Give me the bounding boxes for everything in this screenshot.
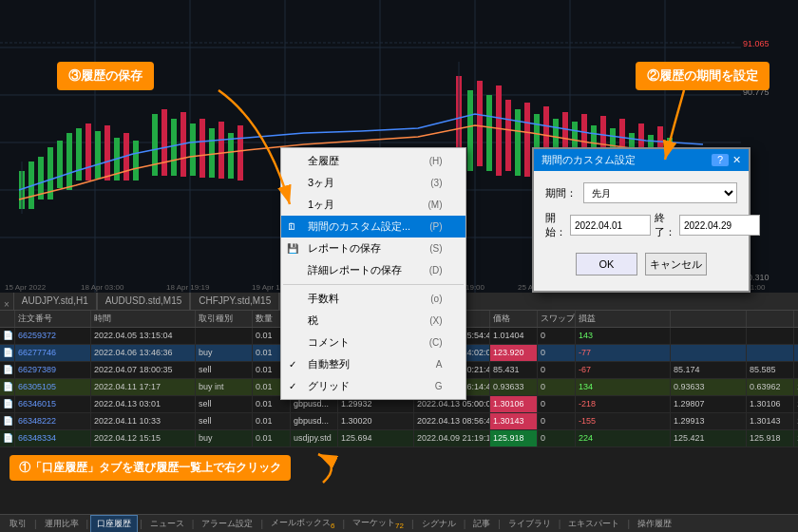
td-e2: 1.30143 bbox=[747, 413, 794, 429]
tab-close-btn[interactable]: × bbox=[0, 299, 13, 310]
menu-item-grid[interactable]: ✓ グリッド G bbox=[281, 375, 466, 397]
col-icon bbox=[0, 311, 15, 327]
td-e1: 1.29913 bbox=[671, 413, 747, 429]
svg-rect-33 bbox=[209, 128, 215, 178]
menu-separator bbox=[283, 284, 464, 285]
dialog-end-input[interactable] bbox=[679, 215, 760, 236]
status-tab-operation[interactable]: 操作履歴 bbox=[632, 516, 677, 532]
status-tab-torihiki[interactable]: 取引 bbox=[4, 516, 32, 532]
svg-rect-19 bbox=[66, 133, 72, 190]
dialog-help-btn[interactable]: ? bbox=[712, 154, 729, 166]
svg-rect-18 bbox=[57, 141, 63, 188]
svg-rect-32 bbox=[200, 119, 205, 178]
svg-text:15 Apr 2022: 15 Apr 2022 bbox=[5, 283, 47, 292]
td-order: 66297389 bbox=[15, 362, 91, 378]
tab-audusd[interactable]: AUDUSD.std,M15 bbox=[97, 293, 191, 310]
menu-item-all-history[interactable]: 全履歴 (H) bbox=[281, 150, 466, 172]
dialog-end-label: 終了： bbox=[655, 211, 675, 239]
td-order: 66259372 bbox=[15, 328, 91, 344]
svg-rect-21 bbox=[86, 124, 91, 180]
td-swap: 0 bbox=[538, 379, 576, 395]
td-e1: 0.93633 bbox=[671, 379, 747, 395]
table-row[interactable]: 📄 66348222 2022.04.11 10:33 sell 0.01 gb… bbox=[0, 413, 798, 430]
dialog-ok-btn[interactable]: OK bbox=[576, 253, 637, 276]
svg-rect-44 bbox=[515, 109, 521, 176]
menu-item-fee[interactable]: 手数料 (o) bbox=[281, 288, 466, 310]
table-row[interactable]: 📄 66348334 2022.04.12 15:15 buy 0.01 usd… bbox=[0, 430, 798, 447]
status-tab-mailbox[interactable]: メールボックス6 bbox=[265, 515, 340, 532]
svg-rect-42 bbox=[496, 86, 502, 176]
menu-item-custom-period[interactable]: 🗓 期間のカスタム設定... (P) bbox=[281, 216, 466, 238]
td-time: 2022.04.05 13:15:04 bbox=[91, 328, 196, 344]
dialog-cancel-btn[interactable]: キャンセル bbox=[645, 253, 707, 276]
tab-audjpy[interactable]: AUDJPY.std,H1 bbox=[13, 293, 97, 310]
td-swap: 0 bbox=[538, 345, 576, 361]
status-tab-signal[interactable]: シグナル bbox=[416, 516, 462, 532]
td-price: 123.920 bbox=[490, 345, 538, 361]
dialog-period-select[interactable]: 先月 今月 先週 今週 カスタム bbox=[583, 182, 737, 203]
td-e3 bbox=[794, 362, 798, 378]
status-tab-news[interactable]: ニュース bbox=[144, 516, 190, 532]
td-order: 66346015 bbox=[15, 396, 91, 412]
status-tab-alarm[interactable]: アラーム設定 bbox=[196, 516, 258, 532]
svg-rect-29 bbox=[171, 119, 177, 176]
td-profit: -77 bbox=[576, 345, 671, 361]
td-price: 0.93633 bbox=[490, 379, 538, 395]
period-dialog: 期間のカスタム設定 ? ✕ 期間： 先月 今月 先週 今週 カスタム 開始： 終… bbox=[532, 147, 750, 293]
svg-rect-34 bbox=[218, 122, 224, 179]
td-e2: 85.585 bbox=[747, 362, 794, 378]
td-p1: 125.694 bbox=[338, 430, 414, 446]
td-e2: 0.63962 bbox=[747, 379, 794, 395]
td-type: sell bbox=[196, 396, 253, 412]
svg-text:19:00: 19:00 bbox=[466, 283, 485, 292]
col-extra3 bbox=[794, 311, 798, 327]
td-icon: 📄 bbox=[0, 345, 15, 361]
menu-item-auto-sort[interactable]: ✓ 自動整列 A bbox=[281, 353, 466, 375]
dialog-date-row: 開始： 終了： bbox=[545, 211, 737, 239]
menu-item-save-report[interactable]: 💾 レポートの保存 (S) bbox=[281, 238, 466, 259]
td-type bbox=[196, 328, 253, 344]
status-bar: 取引 | 運用比率 | 口座履歴 | ニュース | アラーム設定 | メールボッ… bbox=[0, 514, 798, 532]
menu-item-tax[interactable]: 税 (X) bbox=[281, 310, 466, 332]
dialog-start-input[interactable] bbox=[570, 215, 651, 236]
menu-item-save-detail[interactable]: 詳細レポートの保存 (D) bbox=[281, 259, 466, 281]
status-tab-market[interactable]: マーケット72 bbox=[347, 515, 409, 532]
td-e3 bbox=[794, 345, 798, 361]
status-tab-article[interactable]: 記事 bbox=[467, 516, 496, 532]
svg-rect-27 bbox=[152, 114, 158, 176]
menu-item-1month[interactable]: 1ヶ月 (M) bbox=[281, 194, 466, 216]
col-price2: 価格 bbox=[490, 311, 538, 327]
td-icon: 📄 bbox=[0, 379, 15, 395]
td-type: buy bbox=[196, 345, 253, 361]
td-price: 1.01404 bbox=[490, 328, 538, 344]
td-time2: 2022.04.13 08:56:40 bbox=[414, 413, 490, 429]
svg-text:18 Apr 19:19: 18 Apr 19:19 bbox=[166, 283, 210, 292]
td-swap: 0 bbox=[538, 430, 576, 446]
svg-rect-20 bbox=[76, 128, 82, 180]
td-icon: 📄 bbox=[0, 328, 15, 344]
dialog-period-row: 期間： 先月 今月 先週 今週 カスタム bbox=[545, 182, 737, 203]
menu-item-3months[interactable]: 3ヶ月 (3) bbox=[281, 172, 466, 194]
svg-rect-22 bbox=[95, 131, 101, 179]
td-profit: -67 bbox=[576, 362, 671, 378]
td-profit: 143 bbox=[576, 328, 671, 344]
td-icon: 📄 bbox=[0, 396, 15, 412]
col-swap: スワップ bbox=[538, 311, 576, 327]
annotation-step1: ①「口座履歴」タブを選び履歴一覧上で右クリック bbox=[10, 455, 291, 481]
status-tab-history[interactable]: 口座履歴 bbox=[90, 515, 138, 532]
td-time2: 2022.04.09 21:19:15 bbox=[414, 430, 490, 446]
dialog-close-btn[interactable]: ✕ bbox=[732, 154, 741, 166]
status-tab-ratio[interactable]: 運用比率 bbox=[39, 516, 85, 532]
td-time: 2022.04.06 13:46:36 bbox=[91, 345, 196, 361]
td-profit: -218 bbox=[576, 396, 671, 412]
menu-item-comment[interactable]: コメント (C) bbox=[281, 332, 466, 353]
td-order: 66348222 bbox=[15, 413, 91, 429]
tab-chfjpy[interactable]: CHFJPY.std,M15 bbox=[190, 293, 279, 310]
status-tab-expert[interactable]: エキスパート bbox=[562, 516, 625, 532]
svg-rect-41 bbox=[486, 95, 492, 171]
dialog-period-label: 期間： bbox=[545, 186, 583, 200]
svg-text:91.065: 91.065 bbox=[743, 39, 770, 48]
svg-rect-23 bbox=[104, 125, 110, 180]
col-time: 時間 bbox=[91, 311, 196, 327]
status-tab-library[interactable]: ライブラリ bbox=[503, 516, 557, 532]
